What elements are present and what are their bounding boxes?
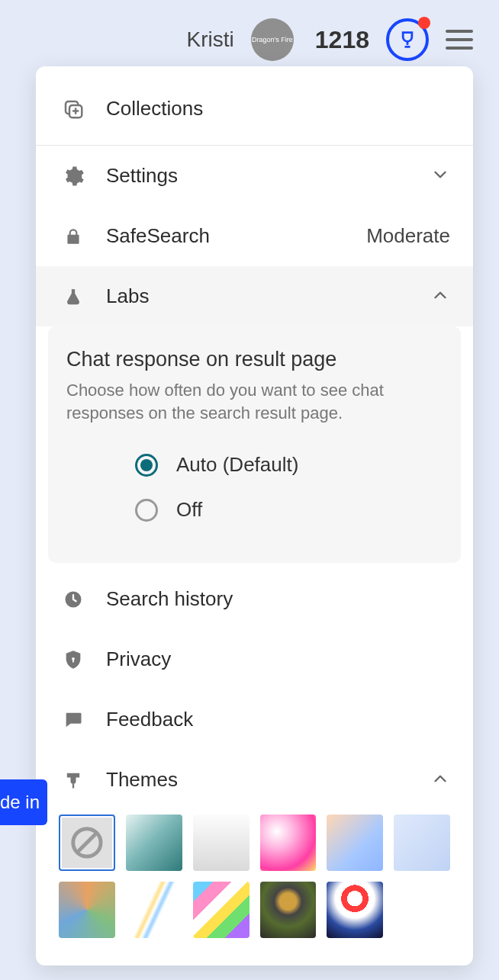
avatar-label: Dragon's Fire — [252, 36, 293, 43]
theme-preview — [260, 882, 317, 938]
theme-preview — [260, 815, 317, 871]
chevron-down-icon — [430, 165, 450, 188]
theme-swatch-pink-bloom[interactable] — [260, 815, 317, 871]
radio-unselected-icon — [135, 499, 158, 522]
menu-item-history[interactable]: Search history — [36, 569, 473, 629]
theme-swatch-none[interactable] — [59, 815, 115, 871]
rewards-badge[interactable] — [386, 18, 429, 61]
collections-icon — [59, 98, 88, 120]
theme-swatch-waves-teal[interactable] — [126, 815, 182, 871]
menu-item-safesearch[interactable]: SafeSearch Moderate — [36, 206, 473, 266]
labs-option-auto[interactable]: Auto (Default) — [66, 445, 443, 490]
hamburger-menu-button[interactable] — [446, 30, 473, 50]
side-pill[interactable]: de in — [0, 779, 47, 825]
labs-sub-title: Chat response on result page — [66, 348, 443, 371]
trophy-icon — [397, 29, 418, 50]
radio-label: Off — [176, 498, 202, 522]
theme-preview — [193, 882, 250, 938]
radio-selected-icon — [135, 454, 158, 477]
gear-icon — [59, 165, 88, 188]
flask-icon — [59, 287, 88, 307]
theme-preview — [126, 815, 182, 871]
menu-item-themes[interactable]: Themes — [36, 750, 473, 810]
labs-subpanel: Chat response on result page Choose how … — [48, 326, 461, 563]
paintbrush-icon — [59, 770, 88, 791]
theme-swatch-pride[interactable] — [193, 882, 250, 938]
theme-swatch-halo-chief[interactable] — [260, 882, 317, 938]
theme-preview — [62, 818, 112, 868]
menu-item-labs[interactable]: Labs — [36, 266, 473, 326]
menu-item-label: Privacy — [106, 647, 450, 671]
chat-icon — [59, 709, 88, 731]
menu-item-collections[interactable]: Collections — [36, 66, 473, 146]
svg-line-6 — [77, 833, 97, 853]
safesearch-value: Moderate — [366, 224, 450, 248]
theme-preview — [327, 815, 383, 871]
lock-icon — [59, 227, 88, 246]
menu-item-feedback[interactable]: Feedback — [36, 689, 473, 750]
clock-icon — [59, 589, 88, 610]
labs-option-off[interactable]: Off — [66, 490, 443, 535]
theme-preview — [126, 882, 182, 938]
menu-item-label: Feedback — [106, 708, 450, 731]
chevron-up-icon — [430, 769, 450, 792]
labs-sub-desc: Choose how often do you want to see chat… — [66, 379, 443, 424]
theme-preview — [327, 882, 383, 938]
notification-dot-icon — [418, 17, 430, 29]
svg-rect-4 — [72, 660, 74, 663]
menu-item-label: Collections — [106, 97, 450, 120]
theme-swatch-faint-blue[interactable] — [394, 815, 450, 871]
menu-item-settings[interactable]: Settings — [36, 146, 473, 206]
menu-item-label: SafeSearch — [106, 224, 348, 248]
themes-grid — [36, 810, 473, 966]
menu-item-privacy[interactable]: Privacy — [36, 629, 473, 689]
user-name: Kristi — [187, 27, 234, 52]
menu-item-label: Labs — [106, 284, 412, 308]
chevron-up-icon — [430, 285, 450, 308]
menu-item-label: Themes — [106, 768, 412, 792]
theme-preview — [193, 815, 250, 871]
no-theme-icon — [62, 818, 112, 868]
theme-preview — [59, 882, 115, 938]
menu-item-label: Search history — [106, 587, 450, 611]
shield-icon — [59, 649, 88, 670]
points-count[interactable]: 1218 — [315, 26, 369, 54]
avatar[interactable]: Dragon's Fire — [251, 18, 294, 61]
theme-swatch-ribbons[interactable] — [126, 882, 182, 938]
theme-preview — [394, 815, 450, 871]
theme-swatch-geo-rings[interactable] — [59, 882, 115, 938]
radio-label: Auto (Default) — [176, 453, 298, 477]
menu-item-label: Settings — [106, 164, 412, 188]
top-bar: Kristi Dragon's Fire 1218 — [187, 18, 473, 61]
theme-swatch-soft-grey[interactable] — [193, 815, 250, 871]
theme-swatch-pastel-swirl[interactable] — [327, 815, 383, 871]
settings-panel: Collections Settings SafeSearch Moderate… — [36, 66, 473, 966]
theme-swatch-masked-hero[interactable] — [327, 882, 383, 938]
side-pill-label: de in — [0, 792, 40, 812]
